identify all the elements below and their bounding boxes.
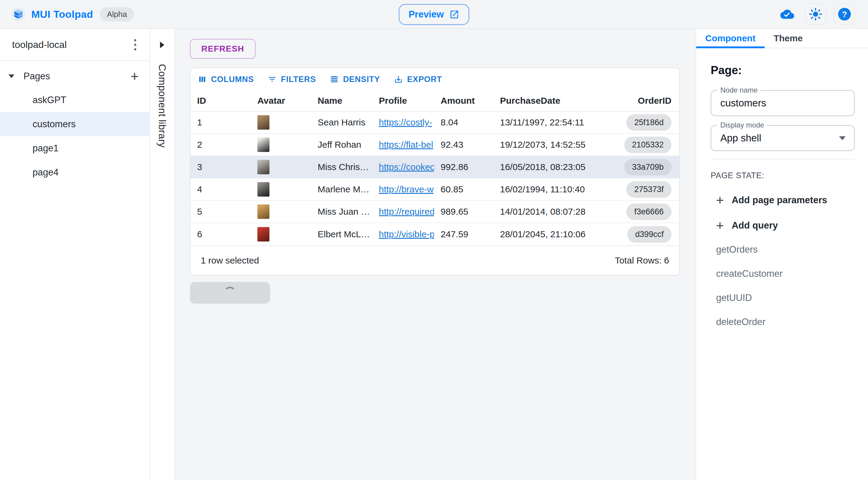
avatar bbox=[257, 115, 270, 130]
column-header-orderid[interactable]: OrderID bbox=[624, 96, 679, 106]
profile-link[interactable]: http://brave-w bbox=[379, 184, 434, 194]
add-query-label: Add query bbox=[732, 220, 778, 231]
filters-button[interactable]: FILTERS bbox=[265, 75, 319, 84]
display-mode-select[interactable]: Display mode App shell bbox=[711, 125, 855, 151]
order-id-chip: 275373f bbox=[626, 181, 672, 198]
columns-button[interactable]: COLUMNS bbox=[195, 75, 257, 84]
tab-component[interactable]: Component bbox=[696, 29, 765, 48]
total-rows: Total Rows: 6 bbox=[615, 256, 669, 266]
node-name-input[interactable] bbox=[720, 97, 845, 109]
sidebar-item-customers[interactable]: customers bbox=[0, 112, 150, 136]
table-row[interactable]: 6 Elbert McL… http://visible-p 247.59 28… bbox=[190, 223, 679, 245]
column-header-name[interactable]: Name bbox=[311, 96, 372, 106]
sidebar: toolpad-local Pages + askGPT customers p… bbox=[0, 29, 150, 480]
grid-footer: 1 row selected Total Rows: 6 bbox=[190, 245, 679, 275]
column-header-amount[interactable]: Amount bbox=[434, 96, 493, 106]
cell-orderid: f3e6666 bbox=[624, 204, 679, 220]
alpha-badge: Alpha bbox=[100, 7, 134, 22]
column-header-id[interactable]: ID bbox=[190, 96, 251, 106]
profile-link[interactable]: http://required bbox=[379, 207, 434, 216]
pages-section-label: Pages bbox=[24, 71, 50, 82]
inspector-panel: Component Theme Page: Node name Display … bbox=[695, 29, 868, 480]
query-item-deleteorder[interactable]: deleteOrder bbox=[711, 317, 855, 327]
table-row[interactable]: 1 Sean Harris https://costly- 8.04 13/11… bbox=[190, 112, 679, 134]
cell-profile: https://costly- bbox=[372, 117, 434, 127]
add-page-button[interactable]: + bbox=[130, 69, 138, 83]
display-mode-value: App shell bbox=[720, 132, 761, 144]
node-name-label: Node name bbox=[717, 86, 761, 94]
cloud-saved-icon bbox=[779, 7, 796, 21]
cell-profile: http://brave-w bbox=[372, 184, 434, 194]
table-row[interactable]: 4 Marlene M… http://brave-w 60.85 16/02/… bbox=[190, 179, 679, 201]
kebab-menu-icon[interactable] bbox=[132, 37, 138, 52]
avatar bbox=[257, 204, 270, 219]
cell-avatar bbox=[251, 182, 311, 197]
page-canvas: REFRESH COLUMNS FILTERS bbox=[175, 29, 695, 480]
column-header-avatar[interactable]: Avatar bbox=[251, 96, 311, 106]
help-button[interactable]: ? bbox=[834, 3, 855, 25]
cell-avatar bbox=[251, 227, 311, 241]
grid-toolbar: COLUMNS FILTERS DENSITY bbox=[190, 68, 679, 90]
column-header-profile[interactable]: Profile bbox=[372, 96, 434, 106]
section-divider bbox=[711, 159, 855, 159]
cell-profile: http://visible-p bbox=[372, 229, 434, 239]
grid-header-row: ID Avatar Name Profile Amount PurchaseDa… bbox=[190, 90, 679, 112]
refresh-button[interactable]: REFRESH bbox=[190, 39, 255, 59]
profile-link[interactable]: https://flat-bel bbox=[379, 140, 433, 150]
theme-toggle-button[interactable] bbox=[805, 3, 827, 25]
tab-theme[interactable]: Theme bbox=[765, 29, 812, 48]
node-name-field[interactable]: Node name bbox=[711, 90, 855, 116]
filter-list-icon bbox=[268, 75, 277, 84]
order-id-chip: f3e6666 bbox=[626, 204, 672, 220]
cell-amount: 8.04 bbox=[434, 117, 493, 127]
cell-profile: https://cookec bbox=[372, 162, 434, 172]
cell-amount: 92.43 bbox=[434, 140, 493, 150]
data-grid: COLUMNS FILTERS DENSITY bbox=[190, 67, 680, 276]
cell-amount: 992.86 bbox=[434, 162, 493, 172]
table-row[interactable]: 2 Jeff Rohan https://flat-bel 92.43 19/1… bbox=[190, 134, 679, 156]
topbar-actions: ? bbox=[779, 3, 860, 25]
profile-link[interactable]: http://visible-p bbox=[379, 229, 434, 239]
component-library-strip[interactable]: Component library bbox=[150, 29, 175, 480]
cell-orderid: 33a709b bbox=[624, 159, 679, 176]
sidebar-item-askgpt[interactable]: askGPT bbox=[0, 88, 150, 112]
page-state-label: PAGE STATE: bbox=[711, 171, 855, 180]
cell-id: 4 bbox=[190, 184, 251, 194]
query-item-getorders[interactable]: getOrders bbox=[711, 244, 855, 255]
query-item-createcustomer[interactable]: createCustomer bbox=[711, 268, 855, 279]
density-rows-icon bbox=[330, 75, 339, 84]
add-page-parameters-button[interactable]: + Add page parameters bbox=[711, 195, 855, 206]
help-icon: ? bbox=[838, 7, 851, 21]
loading-button[interactable] bbox=[190, 282, 270, 304]
cell-profile: https://flat-bel bbox=[372, 140, 434, 150]
density-button[interactable]: DENSITY bbox=[327, 75, 383, 84]
profile-link[interactable]: https://cookec bbox=[379, 162, 434, 172]
add-query-button[interactable]: + Add query bbox=[711, 220, 855, 231]
cell-id: 2 bbox=[190, 140, 251, 150]
expand-arrow-icon[interactable] bbox=[160, 41, 164, 48]
profile-link[interactable]: https://costly- bbox=[379, 117, 432, 127]
order-id-chip: 2105332 bbox=[624, 137, 672, 153]
collapse-caret-icon[interactable] bbox=[8, 74, 14, 78]
column-header-purchasedate[interactable]: PurchaseDate bbox=[493, 96, 624, 106]
cell-id: 5 bbox=[190, 207, 251, 217]
cell-purchasedate: 14/01/2014, 08:07:28 bbox=[493, 207, 624, 217]
avatar bbox=[257, 160, 270, 174]
cell-name: Miss Juan … bbox=[311, 207, 372, 217]
sidebar-header: toolpad-local bbox=[0, 29, 150, 61]
query-list: getOrders createCustomer getUUID deleteO… bbox=[711, 244, 855, 327]
preview-button[interactable]: Preview bbox=[398, 4, 469, 25]
cell-avatar bbox=[251, 138, 311, 152]
export-button[interactable]: EXPORT bbox=[391, 75, 445, 84]
cell-amount: 60.85 bbox=[434, 184, 493, 194]
loading-spinner-icon bbox=[224, 287, 236, 299]
table-row-selected[interactable]: 3 Miss Chris… https://cookec 992.86 16/0… bbox=[190, 156, 679, 179]
avatar bbox=[257, 138, 270, 152]
sidebar-item-page4[interactable]: page4 bbox=[0, 160, 150, 184]
cell-avatar bbox=[251, 204, 311, 219]
app-title: MUI Toolpad bbox=[31, 8, 93, 20]
open-in-new-icon bbox=[450, 9, 460, 20]
query-item-getuuid[interactable]: getUUID bbox=[711, 293, 855, 303]
sidebar-item-page1[interactable]: page1 bbox=[0, 136, 150, 160]
table-row[interactable]: 5 Miss Juan … http://required 989.65 14/… bbox=[190, 201, 679, 223]
